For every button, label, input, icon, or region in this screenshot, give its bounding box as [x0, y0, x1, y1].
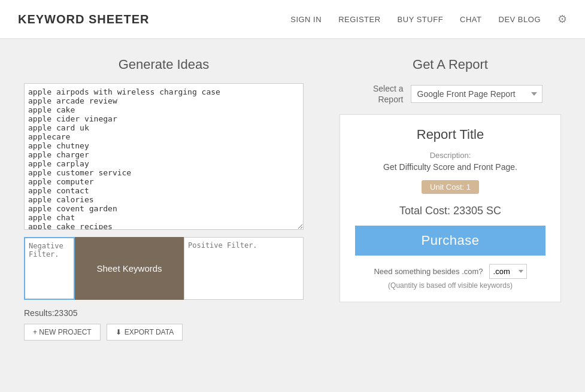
total-cost: Total Cost: 23305 SC	[355, 205, 545, 217]
generate-ideas-title: Generate Ideas	[24, 57, 304, 72]
export-data-button[interactable]: ⬇ EXPORT DATA	[107, 324, 183, 341]
nav-chat[interactable]: CHAT	[460, 15, 481, 24]
negative-filter-input[interactable]	[24, 237, 75, 300]
report-select[interactable]: Google Front Page Report Other Report	[411, 85, 542, 103]
action-buttons: + NEW PROJECT ⬇ EXPORT DATA	[24, 324, 304, 341]
get-report-title: Get A Report	[340, 57, 561, 72]
results-label: Results:23305	[24, 308, 78, 318]
description-text: Get Difficulty Score and Front Page.	[355, 162, 545, 172]
logo: KEYWORD SHEETER	[18, 13, 149, 26]
purchase-button[interactable]: Purchase	[355, 226, 545, 256]
report-card-title: Report Title	[355, 127, 545, 142]
description-label: Description:	[355, 151, 545, 160]
domain-row: Need something besides .com? .com .net .…	[355, 264, 545, 279]
export-icon: ⬇	[116, 328, 122, 336]
header: KEYWORD SHEETER SIGN IN REGISTER BUY STU…	[0, 0, 585, 39]
nav: SIGN IN REGISTER BUY STUFF CHAT DEV BLOG…	[290, 13, 567, 26]
domain-need-label: Need something besides .com?	[374, 267, 483, 276]
sheet-keywords-button[interactable]: Sheet Keywords	[75, 237, 184, 300]
keyword-textarea[interactable]	[24, 83, 304, 230]
report-select-row: Select aReport Google Front Page Report …	[340, 83, 561, 105]
nav-dev-blog[interactable]: DEV BLOG	[499, 15, 541, 24]
positive-filter-input[interactable]	[184, 237, 304, 300]
settings-icon[interactable]: ⚙	[557, 13, 567, 26]
export-data-label: EXPORT DATA	[125, 328, 174, 336]
visible-note: (Quantity is based off visible keywords)	[355, 281, 545, 290]
nav-register[interactable]: REGISTER	[338, 15, 380, 24]
main-content: Generate Ideas Sheet Keywords Results:23…	[0, 39, 585, 358]
new-project-button[interactable]: + NEW PROJECT	[24, 324, 101, 341]
right-panel: Get A Report Select aReport Google Front…	[340, 57, 561, 341]
filters-row: Sheet Keywords	[24, 237, 304, 300]
nav-signin[interactable]: SIGN IN	[290, 15, 322, 24]
report-card: Report Title Description: Get Difficulty…	[340, 114, 561, 302]
left-panel: Generate Ideas Sheet Keywords Results:23…	[24, 57, 304, 341]
domain-select[interactable]: .com .net .org .co.uk	[489, 264, 527, 279]
select-report-label: Select aReport	[359, 83, 404, 105]
nav-buy-stuff[interactable]: BUY STUFF	[398, 15, 444, 24]
unit-cost-badge: Unit Cost: 1	[422, 180, 479, 194]
results-row: Results:23305	[24, 308, 304, 318]
